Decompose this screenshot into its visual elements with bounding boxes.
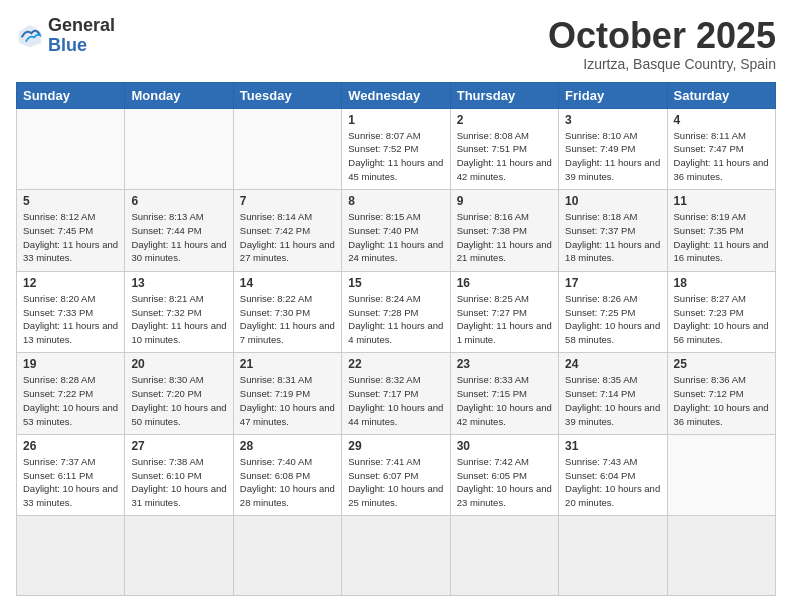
day-number: 15 (348, 276, 443, 290)
calendar-cell: 1Sunrise: 8:07 AM Sunset: 7:52 PM Daylig… (342, 108, 450, 190)
calendar-cell: 21Sunrise: 8:31 AM Sunset: 7:19 PM Dayli… (233, 353, 341, 435)
col-friday: Friday (559, 82, 667, 108)
calendar-cell: 25Sunrise: 8:36 AM Sunset: 7:12 PM Dayli… (667, 353, 775, 435)
day-number: 4 (674, 113, 769, 127)
calendar-row-4: 26Sunrise: 7:37 AM Sunset: 6:11 PM Dayli… (17, 434, 776, 516)
calendar-cell: 17Sunrise: 8:26 AM Sunset: 7:25 PM Dayli… (559, 271, 667, 353)
col-wednesday: Wednesday (342, 82, 450, 108)
calendar-cell (17, 516, 125, 596)
day-number: 6 (131, 194, 226, 208)
day-number: 26 (23, 439, 118, 453)
calendar-cell: 10Sunrise: 8:18 AM Sunset: 7:37 PM Dayli… (559, 190, 667, 272)
day-info: Sunrise: 8:36 AM Sunset: 7:12 PM Dayligh… (674, 373, 769, 428)
calendar-cell: 22Sunrise: 8:32 AM Sunset: 7:17 PM Dayli… (342, 353, 450, 435)
day-number: 16 (457, 276, 552, 290)
calendar-cell: 14Sunrise: 8:22 AM Sunset: 7:30 PM Dayli… (233, 271, 341, 353)
day-number: 28 (240, 439, 335, 453)
calendar-cell (667, 434, 775, 516)
day-number: 19 (23, 357, 118, 371)
day-number: 8 (348, 194, 443, 208)
day-number: 2 (457, 113, 552, 127)
day-info: Sunrise: 8:19 AM Sunset: 7:35 PM Dayligh… (674, 210, 769, 265)
day-info: Sunrise: 8:32 AM Sunset: 7:17 PM Dayligh… (348, 373, 443, 428)
calendar-cell: 28Sunrise: 7:40 AM Sunset: 6:08 PM Dayli… (233, 434, 341, 516)
header: General Blue October 2025 Izurtza, Basqu… (16, 16, 776, 72)
calendar-cell: 26Sunrise: 7:37 AM Sunset: 6:11 PM Dayli… (17, 434, 125, 516)
month-title: October 2025 (548, 16, 776, 56)
day-info: Sunrise: 8:20 AM Sunset: 7:33 PM Dayligh… (23, 292, 118, 347)
calendar-cell: 29Sunrise: 7:41 AM Sunset: 6:07 PM Dayli… (342, 434, 450, 516)
calendar-cell: 13Sunrise: 8:21 AM Sunset: 7:32 PM Dayli… (125, 271, 233, 353)
day-info: Sunrise: 8:11 AM Sunset: 7:47 PM Dayligh… (674, 129, 769, 184)
day-info: Sunrise: 8:08 AM Sunset: 7:51 PM Dayligh… (457, 129, 552, 184)
day-info: Sunrise: 8:26 AM Sunset: 7:25 PM Dayligh… (565, 292, 660, 347)
day-number: 9 (457, 194, 552, 208)
calendar-row-3: 19Sunrise: 8:28 AM Sunset: 7:22 PM Dayli… (17, 353, 776, 435)
day-info: Sunrise: 8:27 AM Sunset: 7:23 PM Dayligh… (674, 292, 769, 347)
logo-text: General Blue (48, 16, 115, 56)
calendar-row-5 (17, 516, 776, 596)
calendar-cell: 31Sunrise: 7:43 AM Sunset: 6:04 PM Dayli… (559, 434, 667, 516)
day-info: Sunrise: 8:21 AM Sunset: 7:32 PM Dayligh… (131, 292, 226, 347)
col-monday: Monday (125, 82, 233, 108)
calendar-cell (342, 516, 450, 596)
calendar-cell: 15Sunrise: 8:24 AM Sunset: 7:28 PM Dayli… (342, 271, 450, 353)
day-number: 1 (348, 113, 443, 127)
day-info: Sunrise: 8:31 AM Sunset: 7:19 PM Dayligh… (240, 373, 335, 428)
calendar-cell (233, 516, 341, 596)
day-info: Sunrise: 7:40 AM Sunset: 6:08 PM Dayligh… (240, 455, 335, 510)
calendar-cell: 2Sunrise: 8:08 AM Sunset: 7:51 PM Daylig… (450, 108, 558, 190)
day-info: Sunrise: 8:30 AM Sunset: 7:20 PM Dayligh… (131, 373, 226, 428)
day-number: 12 (23, 276, 118, 290)
day-number: 29 (348, 439, 443, 453)
day-info: Sunrise: 8:18 AM Sunset: 7:37 PM Dayligh… (565, 210, 660, 265)
day-number: 18 (674, 276, 769, 290)
calendar-cell (667, 516, 775, 596)
day-number: 20 (131, 357, 226, 371)
calendar-header-row: Sunday Monday Tuesday Wednesday Thursday… (17, 82, 776, 108)
calendar-cell (125, 108, 233, 190)
day-info: Sunrise: 8:12 AM Sunset: 7:45 PM Dayligh… (23, 210, 118, 265)
day-number: 23 (457, 357, 552, 371)
day-number: 21 (240, 357, 335, 371)
calendar-cell: 11Sunrise: 8:19 AM Sunset: 7:35 PM Dayli… (667, 190, 775, 272)
col-tuesday: Tuesday (233, 82, 341, 108)
calendar-cell: 18Sunrise: 8:27 AM Sunset: 7:23 PM Dayli… (667, 271, 775, 353)
day-info: Sunrise: 8:13 AM Sunset: 7:44 PM Dayligh… (131, 210, 226, 265)
calendar-cell: 23Sunrise: 8:33 AM Sunset: 7:15 PM Dayli… (450, 353, 558, 435)
logo: General Blue (16, 16, 115, 56)
calendar-cell: 24Sunrise: 8:35 AM Sunset: 7:14 PM Dayli… (559, 353, 667, 435)
day-info: Sunrise: 8:16 AM Sunset: 7:38 PM Dayligh… (457, 210, 552, 265)
day-number: 5 (23, 194, 118, 208)
day-number: 22 (348, 357, 443, 371)
calendar-cell: 30Sunrise: 7:42 AM Sunset: 6:05 PM Dayli… (450, 434, 558, 516)
day-number: 17 (565, 276, 660, 290)
day-number: 30 (457, 439, 552, 453)
day-number: 31 (565, 439, 660, 453)
calendar-cell: 9Sunrise: 8:16 AM Sunset: 7:38 PM Daylig… (450, 190, 558, 272)
day-number: 3 (565, 113, 660, 127)
calendar-cell: 3Sunrise: 8:10 AM Sunset: 7:49 PM Daylig… (559, 108, 667, 190)
logo-blue-text: Blue (48, 36, 115, 56)
day-info: Sunrise: 8:07 AM Sunset: 7:52 PM Dayligh… (348, 129, 443, 184)
day-info: Sunrise: 8:10 AM Sunset: 7:49 PM Dayligh… (565, 129, 660, 184)
day-info: Sunrise: 8:22 AM Sunset: 7:30 PM Dayligh… (240, 292, 335, 347)
day-number: 13 (131, 276, 226, 290)
day-info: Sunrise: 7:38 AM Sunset: 6:10 PM Dayligh… (131, 455, 226, 510)
day-number: 25 (674, 357, 769, 371)
col-thursday: Thursday (450, 82, 558, 108)
calendar-cell (559, 516, 667, 596)
calendar-cell: 8Sunrise: 8:15 AM Sunset: 7:40 PM Daylig… (342, 190, 450, 272)
calendar-cell: 16Sunrise: 8:25 AM Sunset: 7:27 PM Dayli… (450, 271, 558, 353)
calendar-cell: 7Sunrise: 8:14 AM Sunset: 7:42 PM Daylig… (233, 190, 341, 272)
day-info: Sunrise: 8:15 AM Sunset: 7:40 PM Dayligh… (348, 210, 443, 265)
calendar-cell: 5Sunrise: 8:12 AM Sunset: 7:45 PM Daylig… (17, 190, 125, 272)
location: Izurtza, Basque Country, Spain (548, 56, 776, 72)
day-number: 7 (240, 194, 335, 208)
calendar-cell (17, 108, 125, 190)
day-info: Sunrise: 7:37 AM Sunset: 6:11 PM Dayligh… (23, 455, 118, 510)
col-saturday: Saturday (667, 82, 775, 108)
page: General Blue October 2025 Izurtza, Basqu… (0, 0, 792, 612)
logo-general-text: General (48, 16, 115, 36)
calendar-cell: 6Sunrise: 8:13 AM Sunset: 7:44 PM Daylig… (125, 190, 233, 272)
